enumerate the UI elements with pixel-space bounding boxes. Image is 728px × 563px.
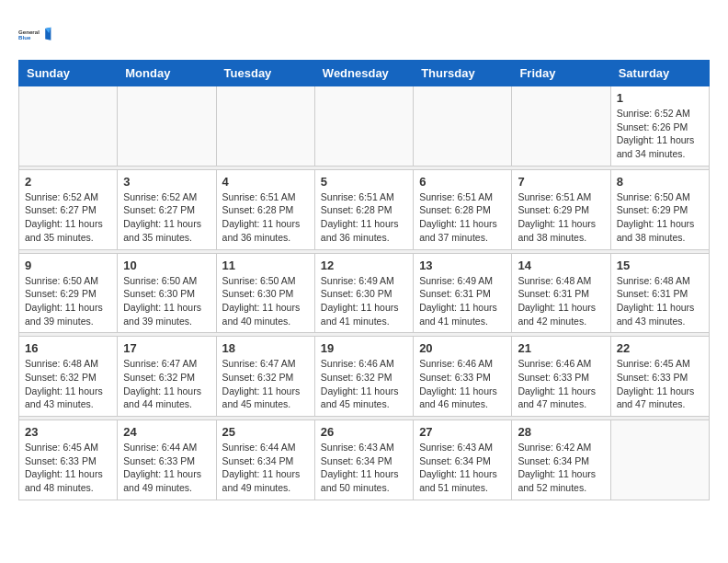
day-info: Sunrise: 6:44 AMSunset: 6:34 PMDaylight:…: [222, 441, 309, 495]
day-of-week-header: Thursday: [414, 61, 512, 86]
day-of-week-header: Friday: [512, 61, 610, 86]
calendar-day-cell: 25Sunrise: 6:44 AMSunset: 6:34 PMDayligh…: [216, 420, 314, 500]
day-of-week-header: Wednesday: [314, 61, 413, 86]
day-info: Sunrise: 6:49 AMSunset: 6:31 PMDaylight:…: [419, 274, 506, 328]
calendar-day-cell: 14Sunrise: 6:48 AMSunset: 6:31 PMDayligh…: [512, 253, 610, 333]
calendar-day-cell: 24Sunrise: 6:44 AMSunset: 6:33 PMDayligh…: [118, 420, 216, 500]
day-number: 25: [222, 425, 309, 439]
day-info: Sunrise: 6:45 AMSunset: 6:33 PMDaylight:…: [25, 441, 111, 495]
day-info: Sunrise: 6:48 AMSunset: 6:31 PMDaylight:…: [617, 274, 703, 328]
day-of-week-header: Tuesday: [216, 61, 314, 86]
calendar-day-cell: [216, 86, 314, 167]
day-info: Sunrise: 6:51 AMSunset: 6:28 PMDaylight:…: [222, 190, 309, 245]
calendar-day-cell: 5Sunrise: 6:51 AMSunset: 6:28 PMDaylight…: [314, 169, 413, 249]
svg-text:Blue: Blue: [18, 34, 31, 40]
day-number: 23: [25, 425, 111, 439]
day-info: Sunrise: 6:51 AMSunset: 6:28 PMDaylight:…: [321, 190, 407, 245]
day-info: Sunrise: 6:42 AMSunset: 6:34 PMDaylight:…: [518, 441, 604, 495]
calendar-week-row: 23Sunrise: 6:45 AMSunset: 6:33 PMDayligh…: [19, 420, 710, 500]
day-number: 1: [617, 91, 703, 105]
day-number: 14: [518, 259, 604, 272]
calendar-day-cell: [118, 86, 216, 167]
day-info: Sunrise: 6:49 AMSunset: 6:30 PMDaylight:…: [321, 274, 407, 328]
calendar-day-cell: 2Sunrise: 6:52 AMSunset: 6:27 PMDaylight…: [19, 169, 118, 249]
day-info: Sunrise: 6:52 AMSunset: 6:26 PMDaylight:…: [617, 107, 703, 161]
calendar-day-cell: 4Sunrise: 6:51 AMSunset: 6:28 PMDaylight…: [216, 169, 314, 249]
calendar-day-cell: 27Sunrise: 6:43 AMSunset: 6:34 PMDayligh…: [414, 420, 512, 500]
day-info: Sunrise: 6:50 AMSunset: 6:29 PMDaylight:…: [25, 274, 111, 328]
day-number: 15: [617, 259, 703, 272]
calendar-day-cell: 20Sunrise: 6:46 AMSunset: 6:33 PMDayligh…: [414, 337, 512, 417]
calendar-day-cell: 7Sunrise: 6:51 AMSunset: 6:29 PMDaylight…: [512, 169, 610, 249]
calendar-day-cell: 11Sunrise: 6:50 AMSunset: 6:30 PMDayligh…: [216, 253, 314, 333]
calendar-day-cell: 16Sunrise: 6:48 AMSunset: 6:32 PMDayligh…: [19, 337, 118, 417]
day-number: 26: [321, 425, 407, 439]
calendar-table: SundayMondayTuesdayWednesdayThursdayFrid…: [18, 60, 710, 500]
calendar-day-cell: 3Sunrise: 6:52 AMSunset: 6:27 PMDaylight…: [118, 169, 216, 249]
day-number: 10: [123, 259, 210, 272]
day-info: Sunrise: 6:44 AMSunset: 6:33 PMDaylight:…: [123, 441, 210, 495]
day-number: 8: [617, 175, 703, 189]
calendar-day-cell: 19Sunrise: 6:46 AMSunset: 6:32 PMDayligh…: [314, 337, 413, 417]
day-number: 21: [518, 341, 604, 355]
logo: GeneralBlue: [18, 18, 59, 51]
day-number: 7: [518, 175, 604, 189]
calendar-day-cell: [414, 86, 512, 167]
day-of-week-header: Saturday: [610, 61, 709, 86]
calendar-day-cell: 26Sunrise: 6:43 AMSunset: 6:34 PMDayligh…: [314, 420, 413, 500]
day-number: 18: [222, 341, 309, 355]
calendar-header-row: SundayMondayTuesdayWednesdayThursdayFrid…: [19, 61, 710, 86]
day-info: Sunrise: 6:50 AMSunset: 6:30 PMDaylight:…: [222, 274, 309, 328]
day-info: Sunrise: 6:43 AMSunset: 6:34 PMDaylight:…: [419, 441, 506, 495]
day-info: Sunrise: 6:51 AMSunset: 6:28 PMDaylight:…: [419, 190, 506, 245]
calendar-day-cell: 18Sunrise: 6:47 AMSunset: 6:32 PMDayligh…: [216, 337, 314, 417]
day-number: 6: [419, 175, 506, 189]
day-number: 9: [25, 259, 111, 272]
calendar-day-cell: 6Sunrise: 6:51 AMSunset: 6:28 PMDaylight…: [414, 169, 512, 249]
day-info: Sunrise: 6:46 AMSunset: 6:32 PMDaylight:…: [321, 357, 407, 411]
day-info: Sunrise: 6:46 AMSunset: 6:33 PMDaylight:…: [518, 357, 604, 411]
calendar-day-cell: 15Sunrise: 6:48 AMSunset: 6:31 PMDayligh…: [610, 253, 709, 333]
day-number: 27: [419, 425, 506, 439]
day-info: Sunrise: 6:45 AMSunset: 6:33 PMDaylight:…: [617, 357, 703, 411]
calendar-day-cell: 10Sunrise: 6:50 AMSunset: 6:30 PMDayligh…: [118, 253, 216, 333]
day-number: 4: [222, 175, 309, 189]
day-info: Sunrise: 6:48 AMSunset: 6:32 PMDaylight:…: [25, 357, 111, 411]
day-info: Sunrise: 6:50 AMSunset: 6:29 PMDaylight:…: [617, 190, 703, 245]
day-of-week-header: Sunday: [19, 61, 118, 86]
day-info: Sunrise: 6:51 AMSunset: 6:29 PMDaylight:…: [518, 190, 604, 245]
day-number: 13: [419, 259, 506, 272]
day-number: 22: [617, 341, 703, 355]
calendar-day-cell: 28Sunrise: 6:42 AMSunset: 6:34 PMDayligh…: [512, 420, 610, 500]
day-of-week-header: Monday: [118, 61, 216, 86]
day-info: Sunrise: 6:47 AMSunset: 6:32 PMDaylight:…: [123, 357, 210, 411]
calendar-day-cell: 21Sunrise: 6:46 AMSunset: 6:33 PMDayligh…: [512, 337, 610, 417]
calendar-day-cell: 1Sunrise: 6:52 AMSunset: 6:26 PMDaylight…: [610, 86, 709, 167]
day-info: Sunrise: 6:48 AMSunset: 6:31 PMDaylight:…: [518, 274, 604, 328]
logo-icon: GeneralBlue: [18, 18, 55, 51]
calendar-day-cell: 8Sunrise: 6:50 AMSunset: 6:29 PMDaylight…: [610, 169, 709, 249]
day-info: Sunrise: 6:43 AMSunset: 6:34 PMDaylight:…: [321, 441, 407, 495]
page-header: GeneralBlue: [18, 18, 710, 51]
day-number: 12: [321, 259, 407, 272]
day-number: 5: [321, 175, 407, 189]
calendar-day-cell: 17Sunrise: 6:47 AMSunset: 6:32 PMDayligh…: [118, 337, 216, 417]
calendar-day-cell: [314, 86, 413, 167]
calendar-day-cell: 22Sunrise: 6:45 AMSunset: 6:33 PMDayligh…: [610, 337, 709, 417]
day-number: 16: [25, 341, 111, 355]
calendar-week-row: 1Sunrise: 6:52 AMSunset: 6:26 PMDaylight…: [19, 86, 710, 167]
calendar-day-cell: 23Sunrise: 6:45 AMSunset: 6:33 PMDayligh…: [19, 420, 118, 500]
day-number: 2: [25, 175, 111, 189]
day-number: 11: [222, 259, 309, 272]
day-info: Sunrise: 6:52 AMSunset: 6:27 PMDaylight:…: [123, 190, 210, 245]
calendar-day-cell: 12Sunrise: 6:49 AMSunset: 6:30 PMDayligh…: [314, 253, 413, 333]
calendar-week-row: 16Sunrise: 6:48 AMSunset: 6:32 PMDayligh…: [19, 337, 710, 417]
calendar-week-row: 2Sunrise: 6:52 AMSunset: 6:27 PMDaylight…: [19, 169, 710, 249]
calendar-day-cell: 9Sunrise: 6:50 AMSunset: 6:29 PMDaylight…: [19, 253, 118, 333]
day-number: 19: [321, 341, 407, 355]
calendar-day-cell: 13Sunrise: 6:49 AMSunset: 6:31 PMDayligh…: [414, 253, 512, 333]
day-info: Sunrise: 6:52 AMSunset: 6:27 PMDaylight:…: [25, 190, 111, 245]
day-number: 3: [123, 175, 210, 189]
calendar-day-cell: [610, 420, 709, 500]
day-info: Sunrise: 6:50 AMSunset: 6:30 PMDaylight:…: [123, 274, 210, 328]
